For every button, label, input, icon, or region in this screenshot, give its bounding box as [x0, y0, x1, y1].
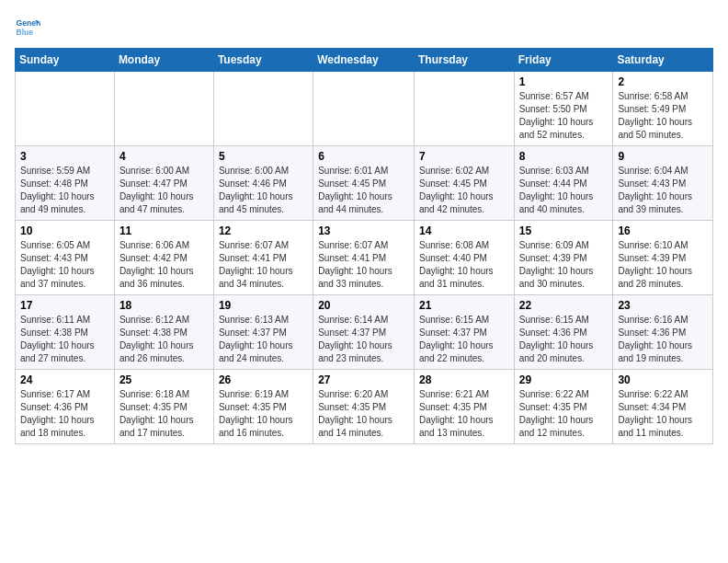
- day-number: 25: [119, 373, 209, 386]
- day-info: Sunrise: 6:09 AM Sunset: 4:39 PM Dayligh…: [519, 239, 609, 291]
- calendar-day-cell: 29Sunrise: 6:22 AM Sunset: 4:35 PM Dayli…: [514, 370, 613, 444]
- day-info: Sunrise: 6:13 AM Sunset: 4:37 PM Dayligh…: [219, 314, 308, 365]
- day-info: Sunrise: 6:00 AM Sunset: 4:47 PM Dayligh…: [119, 165, 209, 216]
- calendar-header-tuesday: Tuesday: [213, 49, 313, 72]
- calendar-day-cell: 12Sunrise: 6:07 AM Sunset: 4:41 PM Dayli…: [213, 221, 313, 295]
- day-number: 21: [419, 299, 509, 312]
- calendar-day-cell: 9Sunrise: 6:04 AM Sunset: 4:43 PM Daylig…: [613, 146, 713, 221]
- day-info: Sunrise: 6:15 AM Sunset: 4:36 PM Dayligh…: [519, 314, 609, 365]
- page-wrapper: General Blue SundayMondayTuesdayWednesda…: [15, 15, 713, 444]
- calendar-header-row: SundayMondayTuesdayWednesdayThursdayFrid…: [16, 49, 713, 72]
- day-number: 23: [618, 299, 708, 312]
- calendar-day-cell: 20Sunrise: 6:14 AM Sunset: 4:37 PM Dayli…: [313, 295, 415, 370]
- day-info: Sunrise: 6:14 AM Sunset: 4:37 PM Dayligh…: [318, 314, 409, 365]
- calendar-day-cell: [16, 72, 115, 146]
- calendar-day-cell: 2Sunrise: 6:58 AM Sunset: 5:49 PM Daylig…: [613, 72, 713, 146]
- calendar-day-cell: 10Sunrise: 6:05 AM Sunset: 4:43 PM Dayli…: [16, 221, 115, 295]
- day-number: 18: [119, 299, 209, 312]
- calendar-day-cell: 18Sunrise: 6:12 AM Sunset: 4:38 PM Dayli…: [114, 295, 213, 370]
- day-number: 6: [318, 150, 409, 163]
- calendar-header-monday: Monday: [114, 49, 213, 72]
- calendar-day-cell: 24Sunrise: 6:17 AM Sunset: 4:36 PM Dayli…: [16, 370, 115, 444]
- day-info: Sunrise: 6:11 AM Sunset: 4:38 PM Dayligh…: [20, 314, 109, 365]
- calendar-week-row: 10Sunrise: 6:05 AM Sunset: 4:43 PM Dayli…: [16, 221, 713, 295]
- day-info: Sunrise: 6:10 AM Sunset: 4:39 PM Dayligh…: [618, 239, 708, 291]
- calendar-day-cell: 3Sunrise: 5:59 AM Sunset: 4:48 PM Daylig…: [16, 146, 115, 221]
- svg-text:Blue: Blue: [17, 28, 34, 37]
- day-number: 9: [618, 150, 708, 163]
- day-number: 7: [419, 150, 509, 163]
- day-number: 29: [519, 373, 609, 386]
- calendar-week-row: 3Sunrise: 5:59 AM Sunset: 4:48 PM Daylig…: [16, 146, 713, 221]
- day-info: Sunrise: 6:21 AM Sunset: 4:35 PM Dayligh…: [419, 388, 509, 440]
- calendar-day-cell: [213, 72, 313, 146]
- day-info: Sunrise: 6:01 AM Sunset: 4:45 PM Dayligh…: [318, 165, 409, 216]
- day-info: Sunrise: 6:57 AM Sunset: 5:50 PM Dayligh…: [519, 90, 609, 142]
- day-number: 14: [419, 224, 509, 237]
- day-number: 17: [20, 299, 109, 312]
- day-info: Sunrise: 5:59 AM Sunset: 4:48 PM Dayligh…: [20, 165, 109, 216]
- day-number: 2: [618, 75, 708, 88]
- day-number: 27: [318, 373, 409, 386]
- calendar-day-cell: 27Sunrise: 6:20 AM Sunset: 4:35 PM Dayli…: [313, 370, 415, 444]
- calendar-header-sunday: Sunday: [16, 49, 115, 72]
- day-number: 10: [20, 224, 109, 237]
- day-number: 20: [318, 299, 409, 312]
- calendar-day-cell: 23Sunrise: 6:16 AM Sunset: 4:36 PM Dayli…: [613, 295, 713, 370]
- day-number: 24: [20, 373, 109, 386]
- day-info: Sunrise: 6:07 AM Sunset: 4:41 PM Dayligh…: [219, 239, 308, 291]
- day-info: Sunrise: 6:02 AM Sunset: 4:45 PM Dayligh…: [419, 165, 509, 216]
- calendar-table: SundayMondayTuesdayWednesdayThursdayFrid…: [15, 48, 713, 444]
- day-info: Sunrise: 6:17 AM Sunset: 4:36 PM Dayligh…: [20, 388, 109, 440]
- day-number: 26: [219, 373, 308, 386]
- calendar-day-cell: 4Sunrise: 6:00 AM Sunset: 4:47 PM Daylig…: [114, 146, 213, 221]
- calendar-day-cell: [114, 72, 213, 146]
- day-info: Sunrise: 6:12 AM Sunset: 4:38 PM Dayligh…: [119, 314, 209, 365]
- svg-text:General: General: [17, 18, 40, 28]
- calendar-day-cell: 19Sunrise: 6:13 AM Sunset: 4:37 PM Dayli…: [213, 295, 313, 370]
- day-number: 3: [20, 150, 109, 163]
- calendar-day-cell: 16Sunrise: 6:10 AM Sunset: 4:39 PM Dayli…: [613, 221, 713, 295]
- calendar-day-cell: 11Sunrise: 6:06 AM Sunset: 4:42 PM Dayli…: [114, 221, 213, 295]
- calendar-week-row: 1Sunrise: 6:57 AM Sunset: 5:50 PM Daylig…: [16, 72, 713, 146]
- day-number: 1: [519, 75, 609, 88]
- day-info: Sunrise: 6:07 AM Sunset: 4:41 PM Dayligh…: [318, 239, 409, 291]
- calendar-day-cell: 15Sunrise: 6:09 AM Sunset: 4:39 PM Dayli…: [514, 221, 613, 295]
- calendar-day-cell: [414, 72, 514, 146]
- day-number: 19: [219, 299, 308, 312]
- day-info: Sunrise: 6:15 AM Sunset: 4:37 PM Dayligh…: [419, 314, 509, 365]
- day-info: Sunrise: 6:18 AM Sunset: 4:35 PM Dayligh…: [119, 388, 209, 440]
- calendar-day-cell: 21Sunrise: 6:15 AM Sunset: 4:37 PM Dayli…: [414, 295, 514, 370]
- day-info: Sunrise: 6:19 AM Sunset: 4:35 PM Dayligh…: [219, 388, 308, 440]
- day-info: Sunrise: 6:22 AM Sunset: 4:35 PM Dayligh…: [519, 388, 609, 440]
- day-number: 5: [219, 150, 308, 163]
- day-info: Sunrise: 6:08 AM Sunset: 4:40 PM Dayligh…: [419, 239, 509, 291]
- day-number: 8: [519, 150, 609, 163]
- day-number: 13: [318, 224, 409, 237]
- day-info: Sunrise: 6:22 AM Sunset: 4:34 PM Dayligh…: [618, 388, 708, 440]
- calendar-day-cell: 28Sunrise: 6:21 AM Sunset: 4:35 PM Dayli…: [414, 370, 514, 444]
- calendar-day-cell: 1Sunrise: 6:57 AM Sunset: 5:50 PM Daylig…: [514, 72, 613, 146]
- calendar-header-friday: Friday: [514, 49, 613, 72]
- calendar-day-cell: 25Sunrise: 6:18 AM Sunset: 4:35 PM Dayli…: [114, 370, 213, 444]
- day-info: Sunrise: 6:00 AM Sunset: 4:46 PM Dayligh…: [219, 165, 308, 216]
- calendar-day-cell: 5Sunrise: 6:00 AM Sunset: 4:46 PM Daylig…: [213, 146, 313, 221]
- calendar-week-row: 24Sunrise: 6:17 AM Sunset: 4:36 PM Dayli…: [16, 370, 713, 444]
- logo-icon: General Blue: [15, 15, 40, 40]
- calendar-day-cell: 8Sunrise: 6:03 AM Sunset: 4:44 PM Daylig…: [514, 146, 613, 221]
- day-info: Sunrise: 6:58 AM Sunset: 5:49 PM Dayligh…: [618, 90, 708, 142]
- day-number: 22: [519, 299, 609, 312]
- calendar-header-wednesday: Wednesday: [313, 49, 415, 72]
- day-info: Sunrise: 6:03 AM Sunset: 4:44 PM Dayligh…: [519, 165, 609, 216]
- calendar-day-cell: 22Sunrise: 6:15 AM Sunset: 4:36 PM Dayli…: [514, 295, 613, 370]
- calendar-week-row: 17Sunrise: 6:11 AM Sunset: 4:38 PM Dayli…: [16, 295, 713, 370]
- header: General Blue: [15, 15, 713, 40]
- day-number: 12: [219, 224, 308, 237]
- day-info: Sunrise: 6:06 AM Sunset: 4:42 PM Dayligh…: [119, 239, 209, 291]
- calendar-day-cell: 26Sunrise: 6:19 AM Sunset: 4:35 PM Dayli…: [213, 370, 313, 444]
- calendar-day-cell: 7Sunrise: 6:02 AM Sunset: 4:45 PM Daylig…: [414, 146, 514, 221]
- day-number: 30: [618, 373, 708, 386]
- day-info: Sunrise: 6:04 AM Sunset: 4:43 PM Dayligh…: [618, 165, 708, 216]
- calendar-header-saturday: Saturday: [613, 49, 713, 72]
- day-number: 16: [618, 224, 708, 237]
